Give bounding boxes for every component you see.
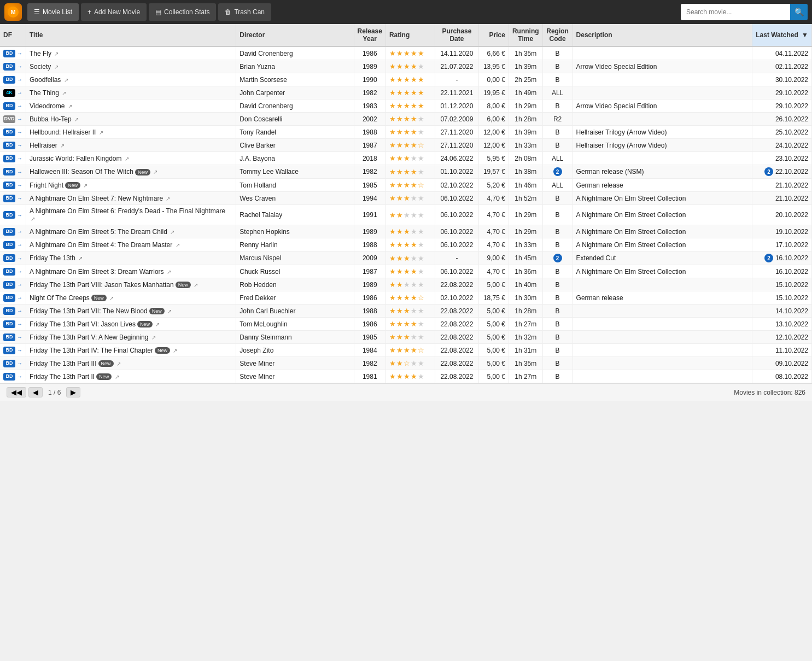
- trash-can-button[interactable]: 🗑 Trash Can: [218, 3, 271, 21]
- description-cell: [573, 86, 752, 100]
- star-empty: ★: [418, 254, 425, 262]
- prev-page-button[interactable]: ◀: [28, 387, 43, 397]
- watched-date: 08.10.2022: [775, 373, 808, 381]
- table-row[interactable]: BD→Hellraiser ↗Clive Barker1987★★★★☆27.1…: [0, 139, 812, 152]
- table-row[interactable]: BD→Friday The 13th Part V: A New Beginni…: [0, 331, 812, 344]
- star-filled: ★: [396, 227, 404, 236]
- table-row[interactable]: BD→Videodrome ↗David Cronenberg1983★★★★★…: [0, 100, 812, 113]
- df-cell: BD→: [0, 331, 26, 344]
- add-new-movie-button[interactable]: + Add New Movie: [81, 3, 147, 21]
- external-link-icon[interactable]: ↗: [167, 308, 172, 314]
- table-row[interactable]: BD→Friday The 13th Part IINew ↗Steve Min…: [0, 370, 812, 383]
- movie-list-button[interactable]: ☰ Movie List: [27, 3, 79, 21]
- table-row[interactable]: BD→Fright NightNew ↗Tom Holland1985★★★★☆…: [0, 179, 812, 192]
- table-row[interactable]: BD→Friday The 13th Part IIINew ↗Steve Mi…: [0, 357, 812, 370]
- external-link-icon[interactable]: ↗: [176, 242, 180, 248]
- last-watched-cell: 23.10.2022: [752, 152, 812, 165]
- runtime-cell: 1h 36m: [509, 265, 542, 278]
- table-row[interactable]: BD→Society ↗Brian Yuzna1989★★★★★21.07.20…: [0, 60, 812, 73]
- external-link-icon[interactable]: ↗: [54, 64, 59, 70]
- price-cell: 6,00 €: [478, 113, 509, 126]
- col-purchase[interactable]: PurchaseDate: [435, 24, 478, 46]
- purchase-date-cell: 22.08.2022: [435, 344, 478, 357]
- director-cell: J.A. Bayona: [236, 152, 354, 165]
- col-region[interactable]: RegionCode: [542, 24, 573, 46]
- table-row[interactable]: DVD→Bubba Ho-Tep ↗Don Coscarelli2002★★★★…: [0, 113, 812, 126]
- region-cell: B: [542, 126, 573, 139]
- search-input[interactable]: [681, 4, 790, 20]
- col-title[interactable]: Title: [26, 24, 236, 46]
- external-link-icon[interactable]: ↗: [116, 361, 121, 367]
- external-link-icon[interactable]: ↗: [115, 374, 119, 380]
- description-cell: A Nightmare On Elm Street Collection: [573, 238, 752, 251]
- external-link-icon[interactable]: ↗: [54, 51, 59, 57]
- table-row[interactable]: BD→Halloween III: Season Of The WitchNew…: [0, 165, 812, 179]
- table-row[interactable]: BD→Friday The 13th Part VIII: Jason Take…: [0, 278, 812, 291]
- star-half: ☆: [418, 346, 425, 354]
- table-row[interactable]: BD→Goodfellas ↗Martin Scorsese1990★★★★★-…: [0, 73, 812, 86]
- external-link-icon[interactable]: ↗: [194, 282, 198, 288]
- external-link-icon[interactable]: ↗: [173, 348, 177, 354]
- col-rating[interactable]: Rating: [385, 24, 435, 46]
- collection-stats-button[interactable]: ▤ Collection Stats: [149, 3, 216, 21]
- table-row[interactable]: BD→Jurassic World: Fallen Kingdom ↗J.A. …: [0, 152, 812, 165]
- table-row[interactable]: BD→Hellbound: Hellraiser II ↗Tony Randel…: [0, 126, 812, 139]
- table-row[interactable]: BD→Friday The 13th Part VII: The New Blo…: [0, 305, 812, 318]
- col-director[interactable]: Director: [236, 24, 354, 46]
- table-row[interactable]: BD→The Fly ↗David Cronenberg1986★★★★★14.…: [0, 46, 812, 60]
- external-link-icon[interactable]: ↗: [68, 103, 72, 109]
- star-filled: ★: [389, 307, 396, 315]
- external-link-icon[interactable]: ↗: [151, 335, 156, 341]
- year-cell: 1990: [354, 73, 385, 86]
- star-filled: ★: [411, 115, 418, 123]
- external-link-icon[interactable]: ↗: [64, 77, 68, 83]
- star-filled: ★: [389, 294, 396, 302]
- table-row[interactable]: BD→Friday The 13th Part VI: Jason LivesN…: [0, 318, 812, 331]
- runtime-cell: 1h 46m: [509, 179, 542, 192]
- external-link-icon[interactable]: ↗: [78, 255, 83, 261]
- external-link-icon[interactable]: ↗: [62, 90, 66, 96]
- external-link-icon[interactable]: ↗: [155, 321, 160, 327]
- table-row[interactable]: BD→A Nightmare On Elm Street 3: Dream Wa…: [0, 265, 812, 278]
- table-row[interactable]: BD→Friday The 13th ↗Marcus Nispel2009★★★…: [0, 251, 812, 265]
- description-cell: [573, 152, 752, 165]
- external-link-icon[interactable]: ↗: [99, 130, 103, 136]
- external-link-icon[interactable]: ↗: [60, 143, 65, 149]
- external-link-icon[interactable]: ↗: [125, 156, 129, 162]
- director-cell: David Cronenberg: [236, 46, 354, 60]
- external-link-icon[interactable]: ↗: [167, 269, 171, 275]
- external-link-icon[interactable]: ↗: [83, 183, 87, 189]
- last-watched-cell: 09.10.2022: [752, 357, 812, 370]
- col-runtime[interactable]: RunningTime: [509, 24, 542, 46]
- col-year[interactable]: ReleaseYear: [354, 24, 385, 46]
- first-page-button[interactable]: ◀◀: [7, 387, 26, 397]
- df-cell: BD→: [0, 60, 26, 73]
- movie-title: Halloween III: Season Of The Witch: [30, 168, 133, 176]
- table-row[interactable]: 4K→The Thing ↗John Carpenter1982★★★★★22.…: [0, 86, 812, 100]
- col-df[interactable]: DF: [0, 24, 26, 46]
- external-link-icon[interactable]: ↗: [74, 116, 79, 122]
- col-price[interactable]: Price: [478, 24, 509, 46]
- search-button[interactable]: 🔍: [790, 4, 808, 20]
- table-row[interactable]: BD→Night Of The CreepsNew ↗Fred Dekker19…: [0, 291, 812, 305]
- movie-title: Friday The 13th Part IV: The Final Chapt…: [30, 347, 153, 354]
- col-last-watched[interactable]: Last Watched ▼: [752, 24, 812, 46]
- external-link-icon[interactable]: ↗: [31, 216, 35, 222]
- external-link-icon[interactable]: ↗: [109, 295, 114, 301]
- star-empty: ★: [418, 115, 425, 123]
- last-watched-cell: 25.10.2022: [752, 126, 812, 139]
- col-description[interactable]: Description: [573, 24, 752, 46]
- title-cell: Fright NightNew ↗: [26, 179, 236, 192]
- table-row[interactable]: BD→Friday The 13th Part IV: The Final Ch…: [0, 344, 812, 357]
- region-cell: B: [542, 192, 573, 205]
- table-row[interactable]: BD→A Nightmare On Elm Street 5: The Drea…: [0, 225, 812, 238]
- external-link-icon[interactable]: ↗: [153, 169, 157, 175]
- table-row[interactable]: BD→A Nightmare On Elm Street 4: The Drea…: [0, 238, 812, 251]
- table-row[interactable]: BD→A Nightmare On Elm Street 6: Freddy's…: [0, 205, 812, 225]
- next-page-button[interactable]: ▶: [66, 387, 80, 397]
- title-cell: Bubba Ho-Tep ↗: [26, 113, 236, 126]
- df-arrow-icon: →: [17, 229, 22, 235]
- external-link-icon[interactable]: ↗: [170, 229, 174, 235]
- external-link-icon[interactable]: ↗: [166, 196, 170, 202]
- table-row[interactable]: BD→A Nightmare On Elm Street 7: New Nigh…: [0, 192, 812, 205]
